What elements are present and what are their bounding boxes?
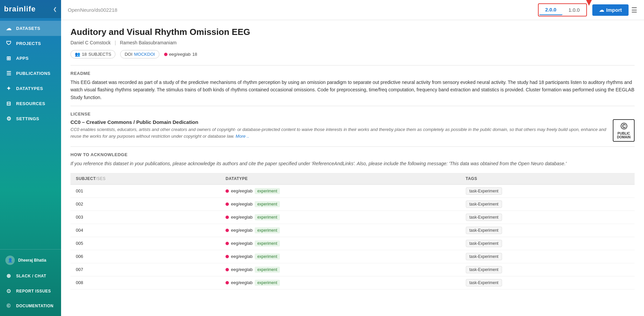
import-label: Import (606, 7, 622, 13)
sidebar-item-apps[interactable]: ⊞ APPS (0, 51, 61, 66)
app-logo: brainlife (4, 5, 36, 13)
sidebar-item-report-issues[interactable]: ⊙ REPORT ISSUES (0, 283, 61, 299)
license-title: CC0 – Creative Commons / Public Domain D… (70, 119, 607, 125)
subjects-badge: 👥 18 SUBJECTS (70, 50, 115, 58)
experiment-tag: experiment (255, 240, 280, 246)
acknowledge-text: If you reference this dataset in your pu… (70, 160, 635, 167)
dot-icon (226, 268, 229, 271)
license-more-link[interactable]: More .. (236, 134, 249, 139)
sidebar-nav: ☁ DATASETS 🛡 PROJECTS ⊞ APPS ☰ PUBLICATI… (0, 18, 61, 249)
datatype-tag-badge: eeg/eeglab 18 (164, 52, 197, 57)
table-row: 007 eeg/eeglab experiment task-Experimen… (70, 263, 635, 276)
user-name: Dheeraj Bhatia (18, 258, 46, 263)
sidebar-item-label: PUBLICATIONS (16, 71, 51, 76)
datatype-cell: eeg/eeglab experiment (220, 224, 460, 237)
doi-label: DOI (125, 52, 132, 57)
datatype-label: eeg/eeglab (231, 215, 252, 220)
datatype-cell: eeg/eeglab experiment (220, 211, 460, 224)
subjects-count: 18 (82, 52, 87, 57)
sidebar-item-datasets[interactable]: ☁ DATASETS (0, 21, 61, 36)
datatype-label: eeg/eeglab (231, 254, 252, 259)
datatype-cell: eeg/eeglab experiment (220, 184, 460, 197)
import-button[interactable]: ☁ Import (592, 4, 629, 16)
divider-1 (70, 65, 635, 65)
dot-icon (226, 189, 229, 193)
doi-badge: DOI MOCKDOI (120, 50, 159, 58)
experiment-tag: experiment (255, 201, 280, 207)
table-row: 003 eeg/eeglab experiment task-Experimen… (70, 211, 635, 224)
subject-cell: 003 (70, 211, 220, 224)
table-row: 004 eeg/eeglab experiment task-Experimen… (70, 224, 635, 237)
scroll-area[interactable]: Auditory and Visual Rhythm Omission EEG … (61, 20, 644, 316)
tag-pill: task-Experiment (466, 200, 502, 208)
table-row: 006 eeg/eeglab experiment task-Experimen… (70, 250, 635, 263)
sidebar-item-resources[interactable]: ⊟ RESOURCES (0, 96, 61, 111)
sidebar-item-publications[interactable]: ☰ PUBLICATIONS (0, 66, 61, 81)
datatype-cell: eeg/eeglab experiment (220, 276, 460, 289)
dot-icon (226, 229, 229, 232)
sidebar-item-label: APPS (16, 56, 29, 61)
tags-cell: task-Experiment (460, 211, 635, 224)
license-desc-text: CC0 enables scientists, educators, artis… (70, 127, 606, 139)
user-profile[interactable]: 👤 Dheeraj Bhatia (0, 252, 61, 268)
sidebar-collapse-button[interactable]: ❮ (53, 6, 57, 12)
datatype-label: eeg/eeglab (231, 241, 252, 246)
sidebar-item-datatypes[interactable]: ✦ DATATYPES (0, 81, 61, 96)
datatypes-icon: ✦ (5, 85, 12, 92)
divider-3 (70, 146, 635, 147)
report-icon: ⊙ (5, 288, 12, 294)
sidebar-item-documentation[interactable]: © DOCUMENTATION (0, 299, 61, 313)
datatype-cell: eeg/eeglab experiment (220, 250, 460, 263)
dataset-authors: Daniel C Comstock | Ramesh Balasubramani… (70, 40, 635, 45)
experiment-tag: experiment (255, 227, 280, 233)
license-badge: Ⓒ PUBLICDOMAIN (613, 119, 635, 142)
sidebar-item-projects[interactable]: 🛡 PROJECTS (0, 36, 61, 51)
tags-cell: task-Experiment (460, 250, 635, 263)
subjects-icon: 👥 (75, 52, 80, 57)
breadcrumb: OpenNeuro/ds002218 (68, 7, 117, 13)
main-content: OpenNeuro/ds002218 2.0.0 1.0.0 ☁ Import (61, 0, 644, 316)
sidebar-item-label: REPORT ISSUES (16, 289, 51, 294)
table-row: 008 eeg/eeglab experiment task-Experimen… (70, 276, 635, 289)
author-1: Daniel C Comstock (70, 40, 111, 45)
datatype-cell: eeg/eeglab experiment (220, 263, 460, 276)
dot-icon (226, 255, 229, 258)
sidebar-header: brainlife ❮ (0, 0, 61, 18)
sidebar-item-slack[interactable]: ⊛ SLACK / CHAT (0, 268, 61, 283)
experiment-tag: experiment (255, 254, 280, 260)
doi-value[interactable]: MOCKDOI (134, 52, 155, 57)
subjects-label: SUBJECTS (88, 52, 111, 57)
table-row: 002 eeg/eeglab experiment task-Experimen… (70, 197, 635, 211)
experiment-tag: experiment (255, 214, 280, 220)
experiment-tag: experiment (255, 280, 280, 286)
version-active-button[interactable]: 2.0.0 (539, 5, 562, 15)
tag-pill: task-Experiment (466, 214, 502, 221)
tags-cell: task-Experiment (460, 197, 635, 211)
sidebar: brainlife ❮ ☁ DATASETS 🛡 PROJECTS ⊞ APPS… (0, 0, 61, 316)
subject-cell: 002 (70, 197, 220, 211)
hamburger-icon[interactable]: ☰ (631, 6, 637, 14)
grid-icon: ⊞ (5, 55, 12, 61)
divider-2 (70, 106, 635, 106)
public-domain-label: PUBLICDOMAIN (617, 132, 631, 139)
tag-pill: task-Experiment (466, 227, 502, 234)
metadata-row: 👥 18 SUBJECTS DOI MOCKDOI eeg/eeglab 18 (70, 50, 635, 58)
subject-cell: 004 (70, 224, 220, 237)
resources-icon: ⊟ (5, 100, 12, 107)
license-section-header: LICENSE (70, 111, 635, 117)
tags-cell: task-Experiment (460, 237, 635, 250)
col-datatype: DATATYPE (220, 173, 460, 185)
col-tags: TAGS (460, 173, 635, 185)
datatype-tag: eeg/eeglab (169, 52, 191, 57)
tags-cell: task-Experiment (460, 184, 635, 197)
datatype-cell: eeg/eeglab experiment (220, 197, 460, 211)
tags-cell: task-Experiment (460, 224, 635, 237)
sidebar-item-settings[interactable]: ⚙ SETTINGS (0, 111, 61, 126)
col-subject: SUBJECT/SES (70, 173, 220, 185)
cc-icon: Ⓒ (621, 122, 627, 131)
tags-cell: task-Experiment (460, 276, 635, 289)
settings-icon: ⚙ (5, 116, 12, 122)
datatype-label: eeg/eeglab (231, 228, 252, 233)
version-inactive-button[interactable]: 1.0.0 (562, 5, 586, 15)
slack-icon: ⊛ (5, 273, 12, 279)
